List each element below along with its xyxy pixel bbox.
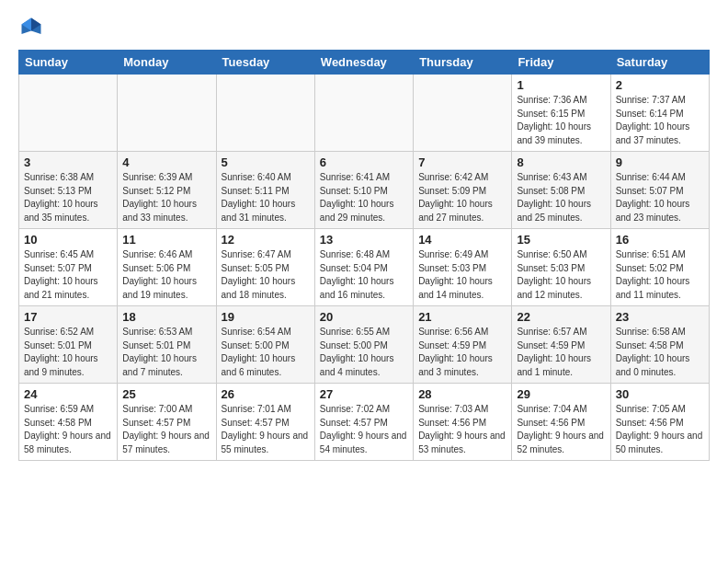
calendar-day: 15Sunrise: 6:50 AM Sunset: 5:03 PM Dayli… [512, 229, 610, 306]
day-number: 30 [616, 387, 704, 401]
calendar-week: 24Sunrise: 6:59 AM Sunset: 4:58 PM Dayli… [19, 384, 710, 461]
calendar-day: 5Sunrise: 6:40 AM Sunset: 5:11 PM Daylig… [216, 152, 314, 229]
day-number: 5 [222, 155, 310, 169]
calendar-day [314, 75, 413, 152]
calendar-day: 18Sunrise: 6:53 AM Sunset: 5:01 PM Dayli… [118, 306, 216, 384]
calendar-week: 3Sunrise: 6:38 AM Sunset: 5:13 PM Daylig… [19, 152, 710, 229]
calendar-day: 7Sunrise: 6:42 AM Sunset: 5:09 PM Daylig… [414, 152, 512, 229]
day-number: 24 [24, 387, 112, 401]
calendar-day: 16Sunrise: 6:51 AM Sunset: 5:02 PM Dayli… [610, 229, 709, 306]
calendar-day: 12Sunrise: 6:47 AM Sunset: 5:05 PM Dayli… [216, 229, 314, 306]
day-info: Sunrise: 6:46 AM Sunset: 5:06 PM Dayligh… [122, 248, 210, 302]
weekday-header: Saturday [610, 51, 709, 75]
calendar-day: 14Sunrise: 6:49 AM Sunset: 5:03 PM Dayli… [414, 229, 512, 306]
day-number: 22 [517, 310, 605, 324]
calendar-day: 26Sunrise: 7:01 AM Sunset: 4:57 PM Dayli… [216, 384, 314, 461]
day-info: Sunrise: 6:58 AM Sunset: 4:58 PM Dayligh… [616, 326, 704, 379]
day-info: Sunrise: 7:02 AM Sunset: 4:57 PM Dayligh… [320, 403, 408, 456]
day-info: Sunrise: 6:49 AM Sunset: 5:03 PM Dayligh… [418, 248, 506, 302]
weekday-header: Monday [118, 51, 216, 75]
day-number: 9 [616, 155, 704, 169]
day-number: 23 [616, 310, 704, 324]
calendar-day: 1Sunrise: 7:36 AM Sunset: 6:15 PM Daylig… [512, 75, 610, 152]
page: SundayMondayTuesdayWednesdayThursdayFrid… [0, 0, 728, 470]
day-number: 16 [616, 233, 704, 247]
calendar-day: 4Sunrise: 6:39 AM Sunset: 5:12 PM Daylig… [118, 152, 216, 229]
day-info: Sunrise: 6:40 AM Sunset: 5:11 PM Dayligh… [222, 171, 310, 224]
calendar-day: 17Sunrise: 6:52 AM Sunset: 5:01 PM Dayli… [19, 306, 118, 384]
day-number: 1 [517, 78, 605, 92]
day-number: 19 [222, 310, 310, 324]
day-info: Sunrise: 6:53 AM Sunset: 5:01 PM Dayligh… [122, 326, 210, 379]
calendar-week: 10Sunrise: 6:45 AM Sunset: 5:07 PM Dayli… [19, 229, 710, 306]
weekday-row: SundayMondayTuesdayWednesdayThursdayFrid… [19, 51, 710, 75]
day-info: Sunrise: 7:03 AM Sunset: 4:56 PM Dayligh… [418, 403, 506, 456]
day-number: 28 [418, 387, 506, 401]
day-info: Sunrise: 6:43 AM Sunset: 5:08 PM Dayligh… [517, 171, 605, 224]
day-info: Sunrise: 6:54 AM Sunset: 5:00 PM Dayligh… [222, 326, 310, 379]
day-number: 17 [24, 310, 112, 324]
day-number: 20 [320, 310, 408, 324]
calendar-day: 9Sunrise: 6:44 AM Sunset: 5:07 PM Daylig… [610, 152, 709, 229]
calendar-day: 2Sunrise: 7:37 AM Sunset: 6:14 PM Daylig… [610, 75, 709, 152]
calendar-day: 23Sunrise: 6:58 AM Sunset: 4:58 PM Dayli… [610, 306, 709, 384]
day-info: Sunrise: 6:59 AM Sunset: 4:58 PM Dayligh… [24, 403, 112, 456]
calendar-day: 19Sunrise: 6:54 AM Sunset: 5:00 PM Dayli… [216, 306, 314, 384]
day-number: 21 [418, 310, 506, 324]
day-number: 27 [320, 387, 408, 401]
day-info: Sunrise: 6:44 AM Sunset: 5:07 PM Dayligh… [616, 171, 704, 224]
day-info: Sunrise: 6:51 AM Sunset: 5:02 PM Dayligh… [616, 248, 704, 302]
day-info: Sunrise: 6:55 AM Sunset: 5:00 PM Dayligh… [320, 326, 408, 379]
logo-icon [18, 15, 44, 40]
day-number: 11 [122, 233, 210, 247]
day-number: 4 [122, 155, 210, 169]
calendar-day: 11Sunrise: 6:46 AM Sunset: 5:06 PM Dayli… [118, 229, 216, 306]
calendar-day: 30Sunrise: 7:05 AM Sunset: 4:56 PM Dayli… [610, 384, 709, 461]
day-number: 3 [24, 155, 112, 169]
calendar-day: 22Sunrise: 6:57 AM Sunset: 4:59 PM Dayli… [512, 306, 610, 384]
calendar-day: 6Sunrise: 6:41 AM Sunset: 5:10 PM Daylig… [314, 152, 413, 229]
calendar-header: SundayMondayTuesdayWednesdayThursdayFrid… [19, 51, 710, 75]
day-info: Sunrise: 6:45 AM Sunset: 5:07 PM Dayligh… [24, 248, 112, 302]
day-info: Sunrise: 6:56 AM Sunset: 4:59 PM Dayligh… [418, 326, 506, 379]
calendar-day [19, 75, 118, 152]
day-number: 12 [222, 233, 310, 247]
day-number: 10 [24, 233, 112, 247]
calendar-week: 17Sunrise: 6:52 AM Sunset: 5:01 PM Dayli… [19, 306, 710, 384]
weekday-header: Friday [512, 51, 610, 75]
day-number: 13 [320, 233, 408, 247]
weekday-header: Tuesday [216, 51, 314, 75]
calendar-day: 13Sunrise: 6:48 AM Sunset: 5:04 PM Dayli… [314, 229, 413, 306]
calendar-day: 27Sunrise: 7:02 AM Sunset: 4:57 PM Dayli… [314, 384, 413, 461]
calendar-day: 3Sunrise: 6:38 AM Sunset: 5:13 PM Daylig… [19, 152, 118, 229]
calendar-day: 10Sunrise: 6:45 AM Sunset: 5:07 PM Dayli… [19, 229, 118, 306]
weekday-header: Wednesday [314, 51, 413, 75]
day-info: Sunrise: 7:04 AM Sunset: 4:56 PM Dayligh… [517, 403, 605, 456]
day-info: Sunrise: 6:57 AM Sunset: 4:59 PM Dayligh… [517, 326, 605, 379]
day-info: Sunrise: 7:37 AM Sunset: 6:14 PM Dayligh… [616, 94, 704, 147]
day-info: Sunrise: 6:50 AM Sunset: 5:03 PM Dayligh… [517, 248, 605, 302]
calendar-day: 24Sunrise: 6:59 AM Sunset: 4:58 PM Dayli… [19, 384, 118, 461]
day-number: 29 [517, 387, 605, 401]
day-info: Sunrise: 6:39 AM Sunset: 5:12 PM Dayligh… [122, 171, 210, 224]
logo [18, 15, 48, 40]
day-info: Sunrise: 6:41 AM Sunset: 5:10 PM Dayligh… [320, 171, 408, 224]
day-number: 18 [122, 310, 210, 324]
calendar-day [414, 75, 512, 152]
day-number: 14 [418, 233, 506, 247]
calendar-day: 25Sunrise: 7:00 AM Sunset: 4:57 PM Dayli… [118, 384, 216, 461]
calendar-day: 28Sunrise: 7:03 AM Sunset: 4:56 PM Dayli… [414, 384, 512, 461]
day-number: 7 [418, 155, 506, 169]
day-info: Sunrise: 6:42 AM Sunset: 5:09 PM Dayligh… [418, 171, 506, 224]
day-number: 15 [517, 233, 605, 247]
day-info: Sunrise: 7:05 AM Sunset: 4:56 PM Dayligh… [616, 403, 704, 456]
calendar-day: 29Sunrise: 7:04 AM Sunset: 4:56 PM Dayli… [512, 384, 610, 461]
calendar-body: 1Sunrise: 7:36 AM Sunset: 6:15 PM Daylig… [19, 75, 710, 461]
day-number: 2 [616, 78, 704, 92]
calendar-table: SundayMondayTuesdayWednesdayThursdayFrid… [18, 50, 710, 461]
calendar-day: 20Sunrise: 6:55 AM Sunset: 5:00 PM Dayli… [314, 306, 413, 384]
calendar-day [118, 75, 216, 152]
day-info: Sunrise: 7:36 AM Sunset: 6:15 PM Dayligh… [517, 94, 605, 147]
day-number: 26 [222, 387, 310, 401]
day-info: Sunrise: 7:01 AM Sunset: 4:57 PM Dayligh… [222, 403, 310, 456]
